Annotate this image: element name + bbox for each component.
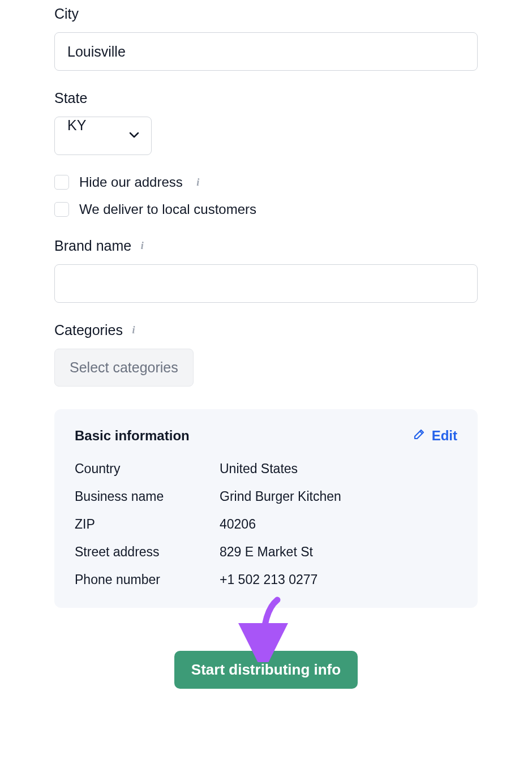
info-row-street-address: Street address 829 E Market St [75, 544, 457, 560]
info-key: ZIP [75, 517, 220, 532]
info-icon[interactable]: i [137, 241, 147, 251]
info-val: 829 E Market St [220, 544, 313, 560]
brand-name-label: Brand name i [54, 238, 478, 254]
categories-field-group: Categories i Select categories [54, 322, 478, 387]
info-val: 40206 [220, 517, 256, 532]
info-key: Business name [75, 489, 220, 504]
state-select[interactable]: KY [54, 117, 152, 155]
info-row-country: Country United States [75, 461, 457, 477]
info-row-phone: Phone number +1 502 213 0277 [75, 572, 457, 587]
info-key: Street address [75, 544, 220, 560]
edit-button[interactable]: Edit [413, 427, 457, 444]
brand-name-field-group: Brand name i [54, 238, 478, 303]
arrow-down-icon [232, 594, 300, 662]
deliver-local-row: We deliver to local customers [54, 201, 478, 217]
basic-info-header: Basic information Edit [75, 427, 457, 444]
basic-info-card: Basic information Edit Country United St… [54, 409, 478, 608]
city-field-group: City [54, 6, 478, 71]
select-categories-button[interactable]: Select categories [54, 349, 194, 387]
deliver-local-checkbox[interactable] [54, 202, 69, 217]
edit-label: Edit [432, 428, 457, 444]
brand-name-input[interactable] [54, 264, 478, 303]
deliver-local-label: We deliver to local customers [79, 201, 256, 217]
info-row-zip: ZIP 40206 [75, 517, 457, 532]
state-label: State [54, 90, 478, 106]
hide-address-row: Hide our address i [54, 174, 478, 190]
city-input[interactable] [54, 32, 478, 71]
categories-label-text: Categories [54, 322, 123, 338]
info-row-business-name: Business name Grind Burger Kitchen [75, 489, 457, 504]
checkbox-group: Hide our address i We deliver to local c… [54, 174, 478, 217]
hide-address-label: Hide our address [79, 174, 183, 190]
info-key: Country [75, 461, 220, 477]
brand-name-label-text: Brand name [54, 238, 131, 254]
annotation-arrow [54, 594, 478, 651]
info-val: United States [220, 461, 298, 477]
info-icon[interactable]: i [193, 177, 203, 187]
info-icon[interactable]: i [128, 325, 139, 336]
categories-label: Categories i [54, 322, 478, 338]
info-val: +1 502 213 0277 [220, 572, 318, 587]
info-key: Phone number [75, 572, 220, 587]
state-field-group: State KY [54, 90, 478, 155]
hide-address-checkbox[interactable] [54, 175, 69, 190]
city-label: City [54, 6, 478, 22]
info-val: Grind Burger Kitchen [220, 489, 341, 504]
pencil-icon [413, 427, 426, 444]
basic-info-title: Basic information [75, 428, 190, 444]
